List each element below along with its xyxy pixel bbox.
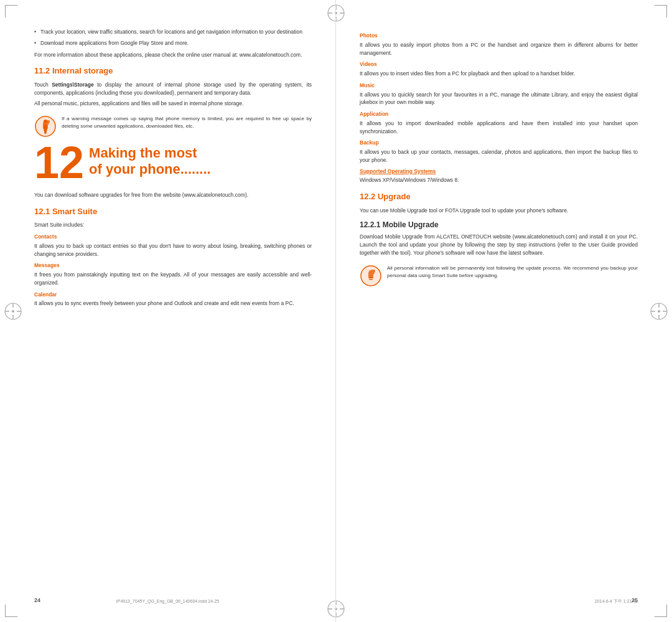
svg-point-28	[44, 131, 47, 134]
warning-icon	[34, 115, 57, 138]
intro-bullet-2: Download more applications from Google P…	[34, 39, 312, 47]
videos-text: It allows you to insert video files from…	[360, 70, 638, 78]
intro-bullet-1: Track your location, view traffic situat…	[34, 28, 312, 36]
section-11-2-heading: 11.2 Internal storage	[34, 65, 312, 77]
chapter-12-title-line1: Making the most	[89, 145, 211, 161]
page-spread: Track your location, view traffic situat…	[0, 0, 672, 622]
section-12-2-heading: 12.2 Upgrade	[360, 191, 638, 203]
warning-icon-2	[360, 265, 382, 287]
left-page: Track your location, view traffic situat…	[0, 0, 336, 622]
photos-text: It allows you to easily import photos fr…	[360, 41, 638, 57]
intro-bullets: Track your location, view traffic situat…	[34, 28, 312, 47]
chapter-12-number: 12	[34, 145, 84, 185]
page-number-left: 24	[34, 596, 40, 605]
chapter-12-block: 12 Making the most of your phone........	[34, 145, 312, 185]
backup-label: Backup	[360, 139, 638, 147]
section-12-2-body: You can use Mobile Upgrade tool or FOTA …	[360, 207, 638, 215]
footer-file-info: IP4913_7045Y_QG_Eng_GB_06_140604.indd 24…	[116, 598, 219, 605]
footer-date-info: 2014-6-4 下午 1:21:42	[595, 598, 638, 605]
svg-rect-33	[368, 277, 373, 278]
section-11-2-body1: Touch Settings\Storage to display the am…	[34, 81, 312, 97]
backup-text: It allows you to back up your contacts, …	[360, 148, 638, 164]
chapter-12-title: Making the most of your phone........	[89, 145, 211, 178]
section-12-2-1-heading: 12.2.1 Mobile Upgrade	[360, 219, 638, 230]
calendar-label: Calendar	[34, 291, 312, 299]
note-box-12-2-1: All personal information will be permane…	[360, 262, 638, 290]
smart-suite-intro: Smart Suite includes:	[34, 221, 312, 229]
photos-label: Photos	[360, 32, 638, 40]
note-text-11-2: If a warning message comes up saying tha…	[62, 115, 312, 130]
svg-rect-34	[369, 279, 373, 280]
note-box-11-2: If a warning message comes up saying tha…	[34, 113, 312, 140]
supported-os-text: Windows XP/Vista/Windows 7/Windows 8.	[360, 176, 638, 184]
music-label: Music	[360, 82, 638, 90]
note-text-12-2-1: All personal information will be permane…	[387, 265, 638, 280]
svg-rect-29	[43, 128, 48, 129]
application-text: It allows you to import downloaded mobil…	[360, 120, 638, 136]
section-12-2-1-body: Download Mobile Upgrade from ALCATEL ONE…	[360, 233, 638, 257]
application-label: Application	[360, 110, 638, 118]
chapter-12-title-line2: of your phone........	[89, 161, 211, 177]
music-text: It allows you to quickly search for your…	[360, 91, 638, 107]
contacts-text: It allows you to back up contact entries…	[34, 242, 312, 258]
intro-note: For more information about these applica…	[34, 51, 312, 59]
calendar-text: It allows you to sync events freely betw…	[34, 299, 312, 308]
supported-os-label: Supported Operating Systems	[360, 167, 638, 176]
chapter-12-body: You can download software upgrades for f…	[34, 191, 312, 199]
right-page: Photos It allows you to easily import ph…	[336, 0, 672, 622]
svg-rect-30	[44, 130, 47, 131]
section-12-1-heading: 12.1 Smart Suite	[34, 205, 312, 218]
messages-text: It frees you from painstakingly inputtin…	[34, 271, 312, 287]
messages-label: Messages	[34, 262, 312, 270]
section-11-2-body2: All personal music, pictures, applicatio…	[34, 100, 312, 108]
videos-label: Videos	[360, 60, 638, 68]
contacts-label: Contacts	[34, 233, 312, 241]
